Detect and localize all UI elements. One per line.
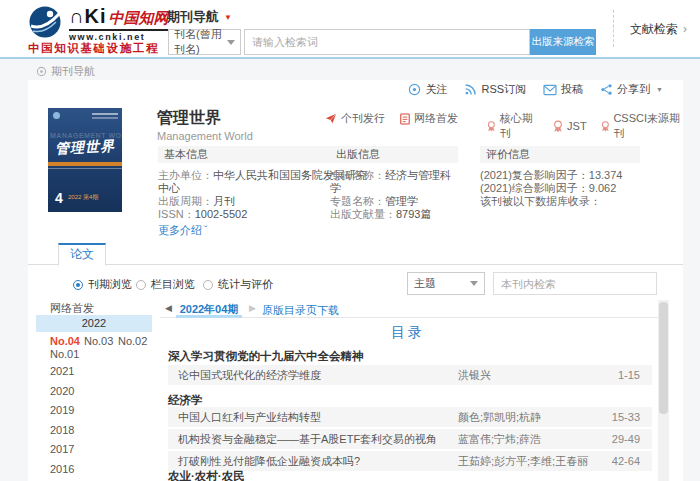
globe-icon <box>28 5 62 39</box>
cover-stripe-thin <box>48 168 122 169</box>
mode-column-browse[interactable]: 栏目浏览 <box>136 277 195 292</box>
issue-nav-bar: ◀ 2022年04期 ▶ 原版目录页下载 <box>160 300 668 318</box>
tag-label: 个刊发行 <box>341 111 385 126</box>
article-pages: 1-15 <box>618 365 640 385</box>
sidebar-year-2022[interactable]: 2022 <box>36 315 152 332</box>
sidebar-year-2020[interactable]: 2020 <box>50 382 74 402</box>
cnki-journal-page: ∩Ki 中国知网 www.cnki.net 中国知识基础设施工程 期刊导航▼ 刊… <box>0 0 700 481</box>
table-row: 论中国式现代化的经济学维度 洪银兴 1-15 <box>168 365 652 385</box>
envelope-icon <box>543 84 557 96</box>
search-icon[interactable] <box>650 277 651 291</box>
dropdown-icon: ▼ <box>656 86 663 93</box>
article-title-link[interactable]: 论中国式现代化的经济学维度 <box>178 365 321 385</box>
evaluation-info-header: 评价信息 <box>480 146 640 163</box>
more-intro-link[interactable]: 更多介绍ˇ <box>158 224 207 237</box>
dropdown-icon: ▼ <box>224 13 232 22</box>
basic-info-header: 基本信息 <box>158 146 330 163</box>
article-title-link[interactable]: 中国人口红利与产业结构转型 <box>178 407 321 427</box>
badge-label: JST <box>567 120 587 132</box>
composite-impact-factor: (2021)复合影响因子：13.374 <box>480 169 640 182</box>
issue-no03[interactable]: No.03 <box>84 335 113 347</box>
rss-button[interactable]: RSS订阅 <box>464 82 526 97</box>
journal-nav-menu[interactable]: 期刊导航▼ <box>167 8 232 26</box>
topic-select[interactable]: 主题 <box>407 272 485 295</box>
article-pages: 29-49 <box>612 429 640 449</box>
sidebar-year-2017[interactable]: 2017 <box>50 440 74 460</box>
evaluation-info-column: 评价信息 (2021)复合影响因子：13.374 (2021)综合影响因子：9.… <box>480 146 640 208</box>
tag-label: 网络首发 <box>414 111 458 126</box>
issue-no04[interactable]: No.04 <box>50 335 80 347</box>
cover-deco-line <box>92 117 118 119</box>
submit-label: 投稿 <box>561 82 583 97</box>
journal-badges: 核心期刊 JST CSSCI来源期刊 <box>486 111 683 141</box>
tag-self-publish[interactable]: 个刊发行 <box>325 111 385 126</box>
badge-jst: JST <box>552 111 587 141</box>
sidebar-year-2021[interactable]: 2021 <box>50 362 74 382</box>
issue-no01[interactable]: No.01 <box>50 348 79 360</box>
follow-label: 关注 <box>425 82 447 97</box>
logo-text: ∩Ki 中国知网 www.cnki.net <box>69 5 168 42</box>
doc-count: 出版文献量：8793篇 <box>330 208 458 221</box>
medal-icon <box>600 120 611 133</box>
mode-statistics[interactable]: 统计与评价 <box>203 277 273 292</box>
next-issue-button[interactable]: ▶ <box>249 303 256 313</box>
cover-issue-number: 4 <box>55 190 63 206</box>
sidebar-years: 2021 2020 2019 2018 2017 2016 <box>50 362 74 479</box>
mode-label: 栏目浏览 <box>151 277 195 292</box>
search-field-select[interactable]: 刊名(曾用刊名) <box>168 29 241 55</box>
toc-download-link[interactable]: 原版目录页下载 <box>262 303 339 318</box>
table-row: 机构投资与金融稳定——基于A股ETF套利交易的视角 蓝富伟;宁炜;薛浩 29-4… <box>168 429 652 449</box>
section-title: 经济学 <box>168 393 203 408</box>
follow-button[interactable]: 关注 <box>408 82 447 97</box>
share-button[interactable]: 分享到 ▼ <box>600 82 663 97</box>
search-field-value: 刊名(曾用刊名) <box>174 27 227 57</box>
header-search-input[interactable] <box>244 29 530 55</box>
journal-cover[interactable]: MANAGEMENT WORLD 管理世界 4 2022 第4期 <box>48 108 122 212</box>
tab-papers[interactable]: 论文 <box>58 243 106 266</box>
sidebar-year-2018[interactable]: 2018 <box>50 421 74 441</box>
publish-info-column: 出版信息 专辑名称：经济与管理科学 专题名称：管理学 出版文献量：8793篇 <box>330 146 458 221</box>
cover-deco-line <box>92 113 118 115</box>
current-issue-underline <box>176 315 242 318</box>
doc-search-link[interactable]: 文献检索› <box>630 21 687 38</box>
in-journal-search-input[interactable] <box>494 278 650 290</box>
rss-icon <box>464 83 477 96</box>
cover-stripe <box>48 162 122 166</box>
mode-issue-browse[interactable]: 刊期浏览 <box>73 277 132 292</box>
cover-title: 管理世界 <box>55 137 116 158</box>
journal-actions: 关注 RSS订阅 投稿 <box>408 82 663 97</box>
toc-scrollbar-track[interactable] <box>658 300 669 481</box>
album-name: 专辑名称：经济与管理科学 <box>330 169 458 195</box>
section-title: 农业·农村·农民 <box>168 469 245 481</box>
section-title: 深入学习贯彻党的十九届六中全会精神 <box>168 349 364 364</box>
toc-scrollbar-thumb[interactable] <box>659 302 668 414</box>
sidebar-year-2019[interactable]: 2019 <box>50 401 74 421</box>
article-authors[interactable]: 蓝富伟;宁炜;薛浩 <box>458 429 541 449</box>
sidebar-year-2016[interactable]: 2016 <box>50 460 74 480</box>
article-pages: 15-33 <box>612 407 640 427</box>
article-title-link[interactable]: 打破刚性兑付能降低企业融资成本吗? <box>178 451 360 471</box>
breadcrumb-label: 期刊导航 <box>51 64 95 79</box>
comprehensive-impact-factor: (2021)综合影响因子：9.062 <box>480 182 640 195</box>
submit-button[interactable]: 投稿 <box>543 82 583 97</box>
cover-issue-text: 2022 第4期 <box>68 193 98 202</box>
article-authors[interactable]: 王茹婷;彭方平;李维;王春丽 <box>458 451 588 471</box>
header-divider <box>613 10 614 47</box>
database-included-label: 该刊被以下数据库收录： <box>480 195 640 208</box>
article-authors[interactable]: 洪银兴 <box>458 365 491 385</box>
prev-issue-button[interactable]: ◀ <box>165 303 172 313</box>
breadcrumb[interactable]: 期刊导航 <box>36 64 95 79</box>
article-title-link[interactable]: 机构投资与金融稳定——基于A股ETF套利交易的视角 <box>178 429 437 449</box>
issue-no02[interactable]: No.02 <box>118 335 147 347</box>
chevron-down-icon <box>470 281 478 286</box>
eye-icon <box>408 83 421 96</box>
cnki-logo[interactable]: ∩Ki 中国知网 www.cnki.net <box>28 5 168 42</box>
tag-online-first[interactable]: 网络首发 <box>400 111 458 126</box>
source-search-button[interactable]: 出版来源检索 <box>530 29 596 55</box>
sidebar-online-first[interactable]: 网络首发 <box>50 301 94 316</box>
chevron-down-icon: ˇ <box>204 225 207 236</box>
paper-plane-icon <box>325 113 337 124</box>
article-authors[interactable]: 颜色;郭凯明;杭静 <box>458 407 541 427</box>
rss-label: RSS订阅 <box>481 82 526 97</box>
logo-slogan: 中国知识基础设施工程 <box>28 41 159 56</box>
